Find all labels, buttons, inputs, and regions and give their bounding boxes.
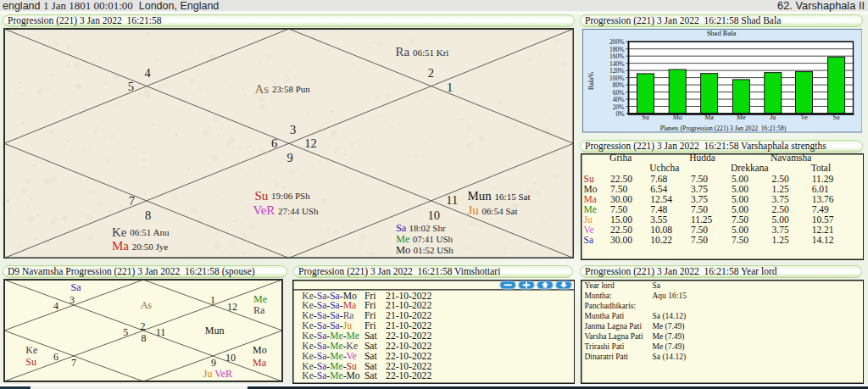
svg-text:Me (7.49): Me (7.49)	[652, 322, 684, 331]
svg-text:7.49: 7.49	[811, 204, 828, 214]
svg-text:3.55: 3.55	[650, 214, 667, 225]
svg-text:2: 2	[427, 66, 433, 80]
svg-text:Mun: Mun	[205, 325, 225, 336]
svg-text:Sa: Sa	[832, 114, 839, 121]
svg-text:1.25: 1.25	[771, 184, 788, 194]
svg-text:7: 7	[128, 194, 134, 208]
svg-text:13.76: 13.76	[811, 194, 833, 204]
svg-text:Uchcha: Uchcha	[649, 163, 679, 173]
svg-text:Sa: Sa	[71, 281, 82, 293]
svg-text:As 23:58 Pun: As 23:58 Pun	[254, 81, 310, 95]
svg-text:Ju 06:54 Sat: Ju 06:54 Sat	[467, 203, 517, 217]
svg-text:30.00: 30.00	[610, 235, 632, 245]
svg-text:2.50: 2.50	[771, 174, 788, 184]
svg-text:7.50: 7.50	[731, 214, 748, 225]
svg-text:Bala%: Bala%	[587, 72, 594, 90]
svg-text:Mo: Mo	[583, 184, 597, 194]
svg-text:5: 5	[123, 326, 128, 338]
svg-text:11: 11	[156, 326, 166, 338]
svg-text:5.00: 5.00	[731, 225, 748, 235]
svg-text:Ma 20:50 Jye: Ma 20:50 Jye	[112, 239, 168, 253]
svg-text:Ke-Sa-Me-Mo: Ke-Sa-Me-Mo	[302, 370, 360, 381]
svg-text:1: 1	[210, 293, 215, 305]
svg-text:Su: Su	[25, 356, 36, 368]
svg-text:4: 4	[53, 300, 58, 312]
svg-text:Su 19:06 PSh: Su 19:06 PSh	[254, 188, 310, 202]
svg-text:1.25: 1.25	[771, 235, 788, 245]
svg-text:Trirashi Pati: Trirashi Pati	[584, 342, 624, 351]
svg-text:12: 12	[227, 301, 237, 313]
svg-text:2: 2	[140, 320, 145, 331]
svg-text:7.50: 7.50	[610, 184, 627, 194]
svg-text:Mo: Mo	[672, 114, 682, 121]
svg-text:6.54: 6.54	[650, 184, 667, 194]
svg-text:5.00: 5.00	[771, 214, 788, 225]
svg-text:5.00: 5.00	[731, 204, 748, 214]
svg-text:Muntha:: Muntha:	[584, 292, 611, 300]
svg-text:Year lord: Year lord	[584, 281, 614, 290]
svg-text:7.50: 7.50	[690, 174, 707, 184]
svg-text:5: 5	[127, 79, 133, 92]
svg-text:14.12: 14.12	[811, 235, 833, 245]
svg-text:Planets (Progression (221) 3 J: Planets (Progression (221) 3 Jan 2022 16…	[659, 125, 786, 132]
svg-text:7.50: 7.50	[690, 235, 707, 245]
svg-text:Su: Su	[642, 114, 648, 121]
svg-text:As: As	[141, 298, 153, 310]
svg-text:0%: 0%	[615, 110, 624, 118]
svg-text:30.00: 30.00	[610, 194, 632, 204]
svg-text:VeR 27:44 USh: VeR 27:44 USh	[253, 203, 318, 217]
svg-text:7.50: 7.50	[731, 235, 748, 245]
svg-text:Mo: Mo	[253, 343, 267, 355]
svg-text:Ma: Ma	[583, 194, 596, 204]
svg-text:Sa 18:02 Shr: Sa 18:02 Shr	[395, 221, 445, 233]
svg-text:8: 8	[141, 332, 146, 344]
svg-text:Muntha Pati: Muntha Pati	[584, 312, 624, 320]
svg-text:Sa (14.12): Sa (14.12)	[652, 353, 686, 362]
svg-text:10: 10	[225, 351, 236, 363]
svg-text:Ma: Ma	[253, 356, 267, 368]
svg-text:Ke 06:51 Anu: Ke 06:51 Anu	[112, 225, 170, 238]
svg-text:10: 10	[427, 208, 440, 222]
svg-text:12: 12	[304, 136, 317, 150]
svg-text:10.22: 10.22	[650, 235, 672, 245]
svg-text:5.00: 5.00	[731, 174, 748, 184]
svg-text:Sat: Sat	[364, 370, 377, 381]
svg-text:6.01: 6.01	[811, 184, 828, 194]
svg-text:3.75: 3.75	[690, 194, 707, 204]
svg-text:Ve: Ve	[583, 225, 593, 235]
svg-text:11: 11	[446, 193, 458, 207]
svg-text:Ra: Ra	[253, 303, 265, 315]
svg-text:Varsha Lagna Pati: Varsha Lagna Pati	[584, 332, 643, 341]
svg-text:9: 9	[287, 151, 292, 164]
svg-text:3: 3	[70, 293, 75, 305]
svg-text:12.54: 12.54	[650, 194, 672, 204]
svg-text:10.08: 10.08	[650, 225, 672, 235]
svg-text:8: 8	[145, 208, 151, 222]
svg-text:Total: Total	[810, 163, 830, 173]
svg-text:Hudda: Hudda	[689, 153, 715, 163]
svg-text:7.48: 7.48	[650, 204, 667, 214]
svg-text:6: 6	[53, 351, 58, 363]
svg-text:Sa (14.12): Sa (14.12)	[652, 312, 686, 321]
svg-text:Mun 16:15 Sat: Mun 16:15 Sat	[467, 189, 530, 203]
svg-text:Drekkana: Drekkana	[730, 163, 768, 173]
svg-text:15.00: 15.00	[610, 214, 632, 225]
svg-text:22.50: 22.50	[610, 174, 632, 184]
svg-text:7.68: 7.68	[650, 174, 667, 184]
svg-text:1: 1	[446, 81, 452, 94]
svg-text:10.57: 10.57	[811, 214, 833, 225]
svg-text:7.50: 7.50	[690, 204, 707, 214]
svg-text:Me: Me	[737, 114, 746, 121]
svg-text:Shad Bala: Shad Bala	[706, 29, 736, 37]
svg-text:Dinaratri Pati: Dinaratri Pati	[584, 353, 628, 361]
svg-text:Me (7.49): Me (7.49)	[652, 342, 684, 352]
svg-text:3.75: 3.75	[690, 184, 707, 194]
svg-text:22-10-2022: 22-10-2022	[386, 370, 431, 381]
svg-text:Griha: Griha	[609, 153, 632, 163]
svg-text:4: 4	[144, 65, 151, 79]
svg-text:3: 3	[289, 123, 295, 136]
svg-text:Navamsha: Navamsha	[770, 153, 811, 163]
svg-text:5.00: 5.00	[731, 194, 748, 204]
svg-text:6: 6	[270, 136, 276, 150]
svg-text:Mo 01:52 USh: Mo 01:52 USh	[395, 243, 453, 255]
